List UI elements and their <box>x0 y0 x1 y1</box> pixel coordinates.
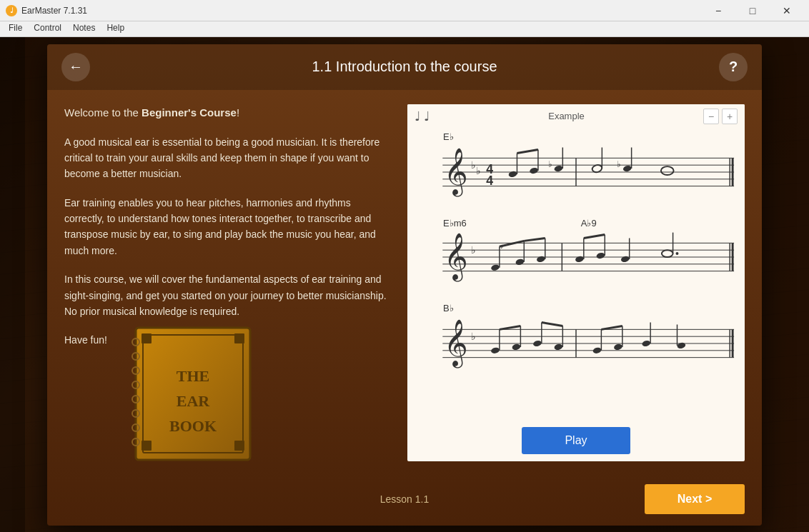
staff-svg-1: 𝄞 ♭ ♭ 4 4 <box>415 144 738 201</box>
staff-section-3: B♭ 𝄞 ♭ <box>415 303 738 375</box>
intro-paragraph: Welcome to the Beginner's Course! <box>64 104 393 121</box>
svg-line-96 <box>601 326 622 329</box>
modal-header: ← 1.1 Introduction to the course ? <box>47 44 762 90</box>
close-button[interactable]: ✕ <box>770 0 803 21</box>
minimize-button[interactable]: − <box>702 0 735 21</box>
svg-point-94 <box>613 343 622 351</box>
svg-line-90 <box>542 322 562 326</box>
svg-point-97 <box>642 339 651 347</box>
svg-point-40 <box>622 164 632 172</box>
titlebar: ♩ EarMaster 7.1.31 − □ ✕ <box>0 0 809 21</box>
svg-rect-4 <box>234 333 244 343</box>
maximize-button[interactable]: □ <box>736 0 769 21</box>
paragraph-1: A good musical ear is essential to being… <box>64 134 393 182</box>
menu-notes[interactable]: Notes <box>67 21 101 36</box>
staff-label-3: B♭ <box>415 303 738 313</box>
svg-point-28 <box>508 170 517 178</box>
svg-point-42 <box>661 166 674 175</box>
menubar: File Control Notes Help <box>0 21 809 37</box>
svg-text:THE: THE <box>177 367 209 385</box>
svg-point-92 <box>592 346 602 354</box>
svg-rect-5 <box>142 441 152 451</box>
modal-overlay: ← 1.1 Introduction to the course ? Welco… <box>0 37 809 532</box>
svg-point-67 <box>620 255 630 263</box>
staff-svg-3: 𝄞 ♭ <box>415 315 738 372</box>
lesson-label: Lesson 1.1 <box>380 493 430 505</box>
svg-text:♭: ♭ <box>471 245 476 256</box>
svg-point-57 <box>536 255 545 263</box>
svg-text:EAR: EAR <box>177 392 211 410</box>
staff-section-1: E♭ 𝄞 ♭ <box>415 131 738 204</box>
staff-section-2: E♭m6 A♭9 𝄞 ♭ <box>415 218 738 288</box>
titlebar-controls: − □ ✕ <box>702 0 803 21</box>
svg-point-99 <box>677 341 686 349</box>
svg-point-55 <box>515 258 525 266</box>
svg-point-52 <box>490 264 500 271</box>
app-icon: ♩ <box>6 5 17 16</box>
example-label: Example <box>548 111 585 121</box>
staff-label-2: E♭m6 A♭9 <box>415 218 738 229</box>
svg-line-32 <box>517 149 537 153</box>
svg-rect-3 <box>142 333 152 343</box>
svg-text:♭: ♭ <box>471 331 476 342</box>
svg-line-60 <box>524 238 545 241</box>
svg-rect-6 <box>234 441 244 451</box>
footer-center: Lesson 1.1 <box>291 493 517 506</box>
svg-point-88 <box>554 343 563 351</box>
modal-title: 1.1 Introduction to the course <box>90 59 719 75</box>
back-button[interactable]: ← <box>61 53 90 81</box>
menu-file[interactable]: File <box>3 21 28 36</box>
svg-text:♭: ♭ <box>476 165 481 176</box>
menu-control[interactable]: Control <box>28 21 67 36</box>
staff-label-1: E♭ <box>415 131 738 142</box>
footer-right: Next > <box>518 484 745 514</box>
book-svg: THE EAR BOOK <box>121 321 264 463</box>
back-icon: ← <box>69 59 83 75</box>
play-button-area: Play <box>407 420 745 461</box>
svg-line-85 <box>500 326 520 329</box>
zoom-controls: − + <box>703 109 738 124</box>
titlebar-left: ♩ EarMaster 7.1.31 <box>6 5 87 16</box>
sheet-scroll-area[interactable]: E♭ 𝄞 ♭ <box>407 129 745 420</box>
book-illustration: THE EAR BOOK <box>121 321 264 468</box>
svg-text:♭: ♭ <box>548 159 552 169</box>
svg-point-86 <box>532 339 542 347</box>
help-button[interactable]: ? <box>719 53 748 81</box>
svg-point-64 <box>596 251 605 259</box>
zoom-out-button[interactable]: − <box>703 109 719 124</box>
menu-help[interactable]: Help <box>101 21 130 36</box>
svg-point-81 <box>490 346 500 354</box>
sheet-example-header: ♩ ♩ Example − + <box>407 104 745 129</box>
svg-point-83 <box>512 343 521 351</box>
play-button[interactable]: Play <box>522 427 630 454</box>
next-button[interactable]: Next > <box>645 484 745 514</box>
svg-line-66 <box>584 234 605 238</box>
app-icon-symbol: ♩ <box>10 6 14 14</box>
modal-footer: Lesson 1.1 Next > <box>47 476 762 526</box>
paragraph-3: In this course, we will cover the fundam… <box>64 271 393 319</box>
small-note-icon: ♩ ♩ <box>415 109 430 124</box>
staff-svg-2: 𝄞 ♭ ♪ <box>415 229 738 286</box>
svg-text:𝄞: 𝄞 <box>444 147 468 196</box>
svg-point-71 <box>676 252 679 255</box>
svg-text:♭: ♭ <box>617 159 621 169</box>
paragraph-2: Ear training enables you to hear pitches… <box>64 195 393 259</box>
svg-point-69 <box>662 250 673 257</box>
svg-point-34 <box>554 164 563 172</box>
sheet-music-panel: ♩ ♩ Example − + E♭ <box>407 104 745 461</box>
svg-text:♭: ♭ <box>471 160 476 171</box>
svg-text:4: 4 <box>486 173 493 187</box>
svg-text:BOOK: BOOK <box>169 417 217 435</box>
svg-text:𝄞: 𝄞 <box>444 232 468 281</box>
main-background: ← 1.1 Introduction to the course ? Welco… <box>0 37 809 532</box>
svg-point-30 <box>529 166 538 174</box>
modal-dialog: ← 1.1 Introduction to the course ? Welco… <box>47 44 762 526</box>
svg-point-62 <box>575 255 584 263</box>
modal-body: Welcome to the Beginner's Course! A good… <box>47 90 762 476</box>
zoom-in-button[interactable]: + <box>722 109 738 124</box>
modal-text-content: Welcome to the Beginner's Course! A good… <box>64 104 393 461</box>
svg-text:𝄞: 𝄞 <box>444 318 468 368</box>
help-icon: ? <box>729 59 738 75</box>
app-title: EarMaster 7.1.31 <box>21 6 87 16</box>
